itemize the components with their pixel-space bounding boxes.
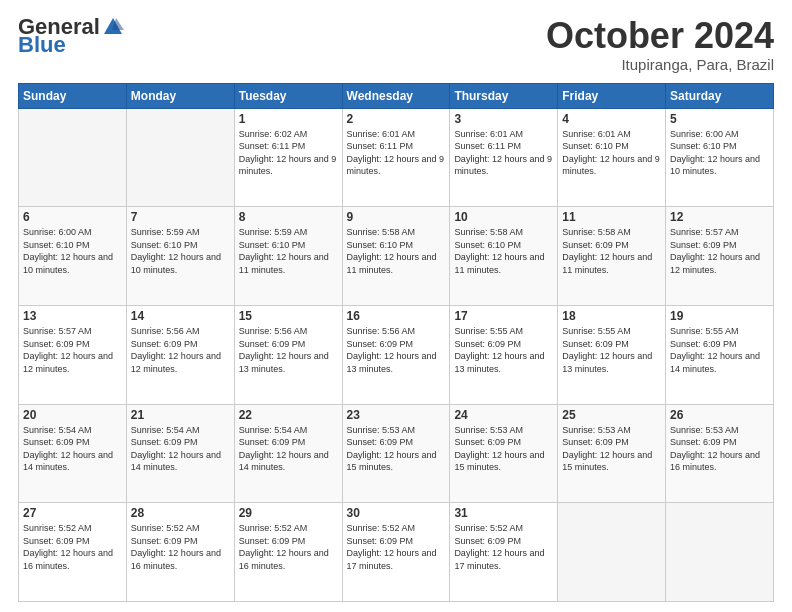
calendar-cell: 21Sunrise: 5:54 AM Sunset: 6:09 PM Dayli… [126,404,234,503]
calendar-cell [558,503,666,602]
calendar-cell: 9Sunrise: 5:58 AM Sunset: 6:10 PM Daylig… [342,207,450,306]
day-number: 2 [347,112,446,126]
day-number: 11 [562,210,661,224]
day-number: 15 [239,309,338,323]
calendar-cell: 4Sunrise: 6:01 AM Sunset: 6:10 PM Daylig… [558,108,666,207]
day-number: 29 [239,506,338,520]
day-info: Sunrise: 5:53 AM Sunset: 6:09 PM Dayligh… [347,424,446,474]
day-info: Sunrise: 5:58 AM Sunset: 6:10 PM Dayligh… [454,226,553,276]
day-number: 30 [347,506,446,520]
month-title: October 2024 [546,16,774,56]
day-number: 27 [23,506,122,520]
calendar-cell: 16Sunrise: 5:56 AM Sunset: 6:09 PM Dayli… [342,305,450,404]
day-header-tuesday: Tuesday [234,83,342,108]
calendar-header-row: SundayMondayTuesdayWednesdayThursdayFrid… [19,83,774,108]
day-number: 17 [454,309,553,323]
day-info: Sunrise: 6:01 AM Sunset: 6:11 PM Dayligh… [454,128,553,178]
day-info: Sunrise: 5:59 AM Sunset: 6:10 PM Dayligh… [131,226,230,276]
day-header-monday: Monday [126,83,234,108]
calendar-cell: 6Sunrise: 6:00 AM Sunset: 6:10 PM Daylig… [19,207,127,306]
calendar-cell: 24Sunrise: 5:53 AM Sunset: 6:09 PM Dayli… [450,404,558,503]
day-number: 5 [670,112,769,126]
title-block: October 2024 Itupiranga, Para, Brazil [546,16,774,73]
calendar-table: SundayMondayTuesdayWednesdayThursdayFrid… [18,83,774,602]
day-number: 3 [454,112,553,126]
calendar-cell [126,108,234,207]
calendar-cell: 1Sunrise: 6:02 AM Sunset: 6:11 PM Daylig… [234,108,342,207]
calendar-cell: 12Sunrise: 5:57 AM Sunset: 6:09 PM Dayli… [666,207,774,306]
day-number: 23 [347,408,446,422]
day-number: 10 [454,210,553,224]
day-number: 20 [23,408,122,422]
day-info: Sunrise: 5:54 AM Sunset: 6:09 PM Dayligh… [131,424,230,474]
day-info: Sunrise: 5:52 AM Sunset: 6:09 PM Dayligh… [23,522,122,572]
location: Itupiranga, Para, Brazil [546,56,774,73]
calendar-cell: 3Sunrise: 6:01 AM Sunset: 6:11 PM Daylig… [450,108,558,207]
day-header-thursday: Thursday [450,83,558,108]
logo-icon [102,16,124,38]
day-number: 26 [670,408,769,422]
day-number: 6 [23,210,122,224]
calendar-cell: 14Sunrise: 5:56 AM Sunset: 6:09 PM Dayli… [126,305,234,404]
calendar-cell [19,108,127,207]
day-info: Sunrise: 5:53 AM Sunset: 6:09 PM Dayligh… [670,424,769,474]
calendar-cell: 11Sunrise: 5:58 AM Sunset: 6:09 PM Dayli… [558,207,666,306]
day-number: 22 [239,408,338,422]
day-number: 19 [670,309,769,323]
calendar-cell: 17Sunrise: 5:55 AM Sunset: 6:09 PM Dayli… [450,305,558,404]
day-info: Sunrise: 5:58 AM Sunset: 6:10 PM Dayligh… [347,226,446,276]
calendar-cell: 20Sunrise: 5:54 AM Sunset: 6:09 PM Dayli… [19,404,127,503]
day-info: Sunrise: 5:52 AM Sunset: 6:09 PM Dayligh… [131,522,230,572]
day-header-saturday: Saturday [666,83,774,108]
day-number: 8 [239,210,338,224]
day-number: 12 [670,210,769,224]
day-info: Sunrise: 5:52 AM Sunset: 6:09 PM Dayligh… [239,522,338,572]
day-info: Sunrise: 5:57 AM Sunset: 6:09 PM Dayligh… [670,226,769,276]
day-info: Sunrise: 5:57 AM Sunset: 6:09 PM Dayligh… [23,325,122,375]
calendar-cell: 7Sunrise: 5:59 AM Sunset: 6:10 PM Daylig… [126,207,234,306]
calendar-cell: 13Sunrise: 5:57 AM Sunset: 6:09 PM Dayli… [19,305,127,404]
day-header-wednesday: Wednesday [342,83,450,108]
day-info: Sunrise: 5:54 AM Sunset: 6:09 PM Dayligh… [23,424,122,474]
calendar-cell: 23Sunrise: 5:53 AM Sunset: 6:09 PM Dayli… [342,404,450,503]
day-info: Sunrise: 5:53 AM Sunset: 6:09 PM Dayligh… [454,424,553,474]
day-info: Sunrise: 6:02 AM Sunset: 6:11 PM Dayligh… [239,128,338,178]
day-info: Sunrise: 5:52 AM Sunset: 6:09 PM Dayligh… [454,522,553,572]
day-info: Sunrise: 5:53 AM Sunset: 6:09 PM Dayligh… [562,424,661,474]
day-info: Sunrise: 5:58 AM Sunset: 6:09 PM Dayligh… [562,226,661,276]
calendar-cell: 8Sunrise: 5:59 AM Sunset: 6:10 PM Daylig… [234,207,342,306]
day-info: Sunrise: 5:56 AM Sunset: 6:09 PM Dayligh… [239,325,338,375]
calendar-cell: 2Sunrise: 6:01 AM Sunset: 6:11 PM Daylig… [342,108,450,207]
logo-blue: Blue [18,34,66,56]
day-info: Sunrise: 6:00 AM Sunset: 6:10 PM Dayligh… [670,128,769,178]
calendar-cell: 29Sunrise: 5:52 AM Sunset: 6:09 PM Dayli… [234,503,342,602]
calendar-cell: 10Sunrise: 5:58 AM Sunset: 6:10 PM Dayli… [450,207,558,306]
calendar-cell: 31Sunrise: 5:52 AM Sunset: 6:09 PM Dayli… [450,503,558,602]
day-info: Sunrise: 6:00 AM Sunset: 6:10 PM Dayligh… [23,226,122,276]
day-info: Sunrise: 6:01 AM Sunset: 6:10 PM Dayligh… [562,128,661,178]
calendar-cell: 30Sunrise: 5:52 AM Sunset: 6:09 PM Dayli… [342,503,450,602]
calendar-cell: 27Sunrise: 5:52 AM Sunset: 6:09 PM Dayli… [19,503,127,602]
day-number: 16 [347,309,446,323]
day-number: 9 [347,210,446,224]
logo: General Blue [18,16,124,56]
day-number: 13 [23,309,122,323]
day-number: 1 [239,112,338,126]
day-info: Sunrise: 5:55 AM Sunset: 6:09 PM Dayligh… [670,325,769,375]
calendar-cell: 28Sunrise: 5:52 AM Sunset: 6:09 PM Dayli… [126,503,234,602]
calendar-cell: 15Sunrise: 5:56 AM Sunset: 6:09 PM Dayli… [234,305,342,404]
calendar-cell [666,503,774,602]
day-number: 7 [131,210,230,224]
calendar-cell: 5Sunrise: 6:00 AM Sunset: 6:10 PM Daylig… [666,108,774,207]
day-info: Sunrise: 5:55 AM Sunset: 6:09 PM Dayligh… [562,325,661,375]
day-number: 31 [454,506,553,520]
calendar-cell: 26Sunrise: 5:53 AM Sunset: 6:09 PM Dayli… [666,404,774,503]
day-number: 14 [131,309,230,323]
day-info: Sunrise: 5:55 AM Sunset: 6:09 PM Dayligh… [454,325,553,375]
day-number: 25 [562,408,661,422]
day-header-friday: Friday [558,83,666,108]
day-number: 24 [454,408,553,422]
day-number: 28 [131,506,230,520]
calendar-cell: 25Sunrise: 5:53 AM Sunset: 6:09 PM Dayli… [558,404,666,503]
calendar-cell: 18Sunrise: 5:55 AM Sunset: 6:09 PM Dayli… [558,305,666,404]
